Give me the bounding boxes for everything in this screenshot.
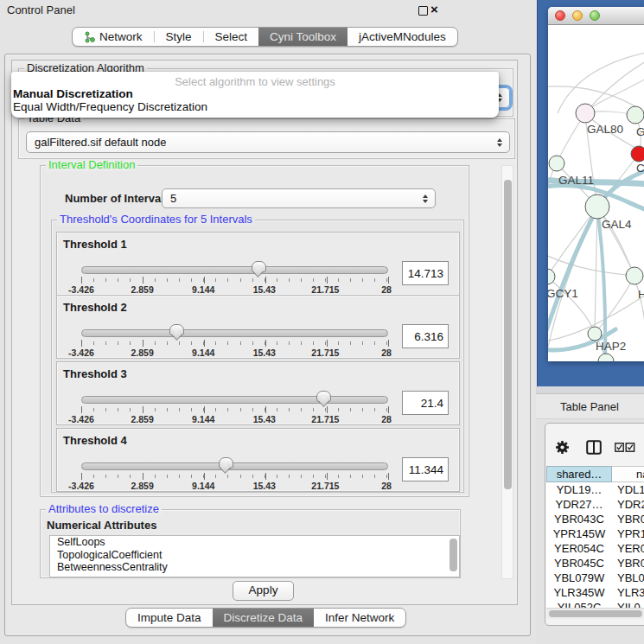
- apply-button[interactable]: Apply: [233, 581, 294, 601]
- node-hap2[interactable]: [588, 327, 602, 341]
- node-label: C: [636, 162, 644, 175]
- dropdown-option-manual-discretization[interactable]: Manual Discretization: [13, 87, 133, 100]
- zoom-traffic-light-icon[interactable]: [590, 10, 600, 21]
- tab-infer-network[interactable]: Infer Network: [314, 609, 405, 627]
- thresholds-group-title: Threshold's Coordinates for 5 Intervals: [57, 214, 255, 226]
- split-columns-icon[interactable]: [586, 440, 602, 455]
- number-of-intervals-label: Number of Intervals: [65, 192, 170, 205]
- number-of-intervals-value: 5: [163, 192, 176, 205]
- scrollbar-thumb[interactable]: [504, 180, 512, 489]
- cyni-toolbox-panel: Discretization Algorithm Table Data galF…: [4, 54, 531, 636]
- network-graph: GAL80 GA C GAL11 GAL4 GCY1 H HAP2: [548, 25, 644, 361]
- tab-cyni-toolbox[interactable]: Cyni Toolbox: [258, 28, 348, 46]
- discretize-data-panel: Discretization Algorithm Table Data galF…: [11, 60, 518, 605]
- table-data-group: Table Data galFiltered.sif default node: [18, 118, 515, 159]
- threshold-1-slider[interactable]: -3.426 2.859 9.144 15.43 21.715 28: [81, 264, 388, 293]
- node-label: GAL80: [587, 123, 623, 136]
- list-item[interactable]: BetweennessCentrality: [50, 561, 448, 574]
- table-row[interactable]: YPR145WYPR1: [546, 526, 644, 541]
- table-row[interactable]: YER054CYER0: [546, 541, 644, 556]
- threshold-1-panel: Threshold 1 -3.426 2.859 9.144 15.43: [56, 232, 460, 296]
- tab-discretize-data[interactable]: Discretize Data: [213, 609, 315, 627]
- screen: Control Panel × Network Style Select Cyn…: [0, 0, 644, 644]
- slider-thumb[interactable]: [252, 261, 266, 272]
- column-header-shared-name[interactable]: shared…: [546, 466, 612, 482]
- node-partial[interactable]: [598, 354, 614, 361]
- list-scrollbar[interactable]: [450, 539, 457, 571]
- gear-icon[interactable]: [555, 440, 570, 455]
- dropdown-hint: Select algorithm to view settings: [11, 75, 499, 88]
- table-panel-titlebar: Table Panel: [536, 393, 644, 419]
- node-ga[interactable]: [627, 106, 644, 124]
- threshold-3-slider[interactable]: -3.426 2.859 9.144 15.43 21.715 28: [81, 393, 388, 423]
- tab-jactivemnodules[interactable]: jActiveMNodules: [348, 28, 457, 46]
- slider-thumb[interactable]: [316, 391, 331, 402]
- network-window-frame: GAL80 GA C GAL11 GAL4 GCY1 H HAP2: [537, 0, 644, 386]
- close-icon[interactable]: ×: [430, 1, 438, 18]
- table-row[interactable]: YDL19…YDL1: [546, 482, 644, 497]
- network-window-titlebar[interactable]: [548, 7, 644, 25]
- threshold-4-slider[interactable]: -3.426 2.859 9.144 15.43 21.715 28: [81, 460, 388, 489]
- close-traffic-light-icon[interactable]: [555, 10, 565, 21]
- node-gal80[interactable]: [576, 104, 595, 123]
- node-gal4[interactable]: [585, 194, 609, 219]
- node-h[interactable]: [626, 267, 643, 284]
- threshold-2-slider[interactable]: -3.426 2.859 9.144 15.43 21.715 28: [81, 327, 388, 356]
- slider-thumb[interactable]: [219, 457, 233, 469]
- table-row[interactable]: YDR27…YDR2: [546, 497, 644, 512]
- tab-select[interactable]: Select: [204, 28, 259, 46]
- minimize-traffic-light-icon[interactable]: [572, 10, 583, 21]
- node-label: HAP2: [596, 340, 626, 353]
- table-row[interactable]: YIL052CYIL0: [546, 600, 644, 608]
- node-label: GCY1: [548, 287, 578, 300]
- attributes-group-title: Attributes to discretize: [46, 503, 162, 515]
- tab-impute-data[interactable]: Impute Data: [126, 609, 213, 627]
- network-icon: [84, 31, 95, 43]
- list-item[interactable]: SelfLoops: [50, 536, 448, 549]
- table-data-combobox[interactable]: galFiltered.sif default node: [26, 131, 510, 153]
- slider-thumb[interactable]: [169, 324, 184, 335]
- table-row[interactable]: YBR045CYBR0: [546, 556, 644, 571]
- numerical-attributes-label: Numerical Attributes: [47, 519, 156, 532]
- right-region: GAL80 GA C GAL11 GAL4 GCY1 H HAP2 Table: [536, 0, 644, 644]
- numerical-attributes-list[interactable]: SelfLoops TopologicalCoefficient Between…: [49, 535, 460, 577]
- table-row[interactable]: YBR043CYBR0: [546, 512, 644, 526]
- table-panel-title: Table Panel: [560, 400, 619, 413]
- node-label: GA: [636, 125, 644, 138]
- settings-scrollbar[interactable]: [501, 165, 513, 579]
- dropdown-option-equal-width-frequency[interactable]: Equal Width/Frequency Discretization: [13, 100, 207, 113]
- interval-definition-group: Interval Definition Number of Intervals …: [40, 165, 469, 497]
- threshold-4-value-field[interactable]: 11.344: [402, 457, 449, 481]
- node-gal11[interactable]: [549, 156, 564, 171]
- select-columns-icon[interactable]: [615, 443, 635, 452]
- column-header-name[interactable]: na: [612, 466, 644, 482]
- panel-divider: [536, 386, 644, 393]
- node-label: H: [638, 288, 644, 301]
- threshold-2-panel: Threshold 2 -3.426 2.859 9.144 15.43: [56, 295, 460, 359]
- threshold-1-value-field[interactable]: 14.713: [402, 261, 449, 285]
- spinner-arrows-icon: [423, 194, 428, 203]
- node-red[interactable]: [631, 146, 644, 162]
- number-of-intervals-spinner[interactable]: 5: [162, 188, 436, 208]
- table-horizontal-scrollbar[interactable]: [546, 608, 644, 619]
- scrollbar-thumb[interactable]: [549, 610, 642, 617]
- table-header-row: shared… na: [546, 466, 644, 482]
- table-rows: YDL19…YDL1 YDR27…YDR2 YBR043CYBR0 YPR145…: [546, 482, 644, 608]
- tab-network-label: Network: [99, 30, 143, 43]
- control-panel-tabs: Network Style Select Cyni Toolbox jActiv…: [72, 27, 458, 47]
- table-row[interactable]: YLR345WYLR3: [546, 585, 644, 600]
- control-panel-titlebar: Control Panel ×: [0, 0, 536, 21]
- list-item[interactable]: TopologicalCoefficient: [50, 549, 448, 562]
- table-row[interactable]: YBL079WYBL0: [546, 571, 644, 585]
- combo-arrows-icon: [497, 138, 502, 147]
- table-data-value: galFiltered.sif default node: [27, 136, 166, 149]
- threshold-2-value-field[interactable]: 6.316: [402, 324, 449, 348]
- tab-network[interactable]: Network: [73, 28, 154, 46]
- tab-style[interactable]: Style: [155, 28, 203, 46]
- algorithm-dropdown-popup: Select algorithm to view settings Manual…: [11, 72, 499, 118]
- cyni-bottom-tabs: Impute Data Discretize Data Infer Networ…: [125, 608, 406, 628]
- float-window-icon[interactable]: [418, 6, 428, 16]
- network-canvas[interactable]: GAL80 GA C GAL11 GAL4 GCY1 H HAP2: [548, 25, 644, 361]
- node-label: GAL4: [602, 218, 632, 231]
- threshold-3-value-field[interactable]: 21.4: [402, 391, 449, 415]
